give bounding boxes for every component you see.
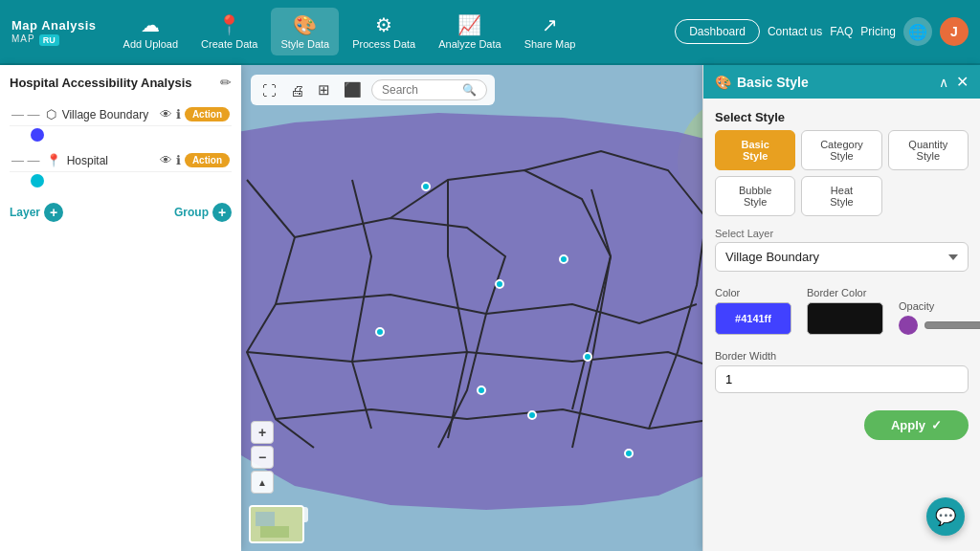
download-icon[interactable]: ⬛ <box>340 79 366 100</box>
layer-name-village: Village Boundary <box>62 108 154 121</box>
chat-icon: 💬 <box>935 506 956 527</box>
hospital-point-4 <box>527 410 537 420</box>
right-panel-title-row: 🎨 Basic Style <box>715 75 809 90</box>
apply-label: Apply <box>891 418 925 432</box>
expand-icon[interactable]: ⛶ <box>258 80 280 100</box>
nav-process-data[interactable]: ⚙ Process Data <box>343 8 425 55</box>
border-color-label: Border Color <box>807 287 883 298</box>
svg-rect-6 <box>260 526 289 538</box>
opacity-label: Opacity <box>899 300 980 312</box>
zoom-reset-btn[interactable]: ▲ <box>251 471 274 494</box>
hospital-point-8 <box>559 254 568 264</box>
map-thumbnail[interactable] <box>249 505 304 543</box>
category-style-btn[interactable]: CategoryStyle <box>801 130 881 170</box>
style-buttons-grid: BasicStyle CategoryStyle QuantityStyle <box>715 130 969 170</box>
right-panel-title: Basic Style <box>737 75 809 90</box>
color-box[interactable]: #4141ff <box>715 302 791 335</box>
left-panel: Hospital Accessibility Analysis ✏ — — ⬡ … <box>0 65 241 551</box>
opacity-field: Opacity <box>899 300 980 335</box>
faq-link[interactable]: FAQ <box>830 25 853 38</box>
layer-dash-2: — — <box>11 153 40 167</box>
nav-analyze-data-label: Analyze Data <box>438 38 501 50</box>
layer-color-village <box>31 128 44 142</box>
layer-select[interactable]: Village Boundary Hospital <box>715 242 969 272</box>
panel-title: Hospital Accessibility Analysis <box>10 76 192 90</box>
add-group-btn[interactable]: Group + <box>174 203 232 222</box>
zoom-controls: + − ▲ <box>251 421 274 494</box>
close-btn[interactable]: ✕ <box>956 73 969 91</box>
layer-item-village: — — ⬡ Village Boundary 👁 ℹ Action <box>10 103 232 142</box>
nav-style-data[interactable]: 🎨 Style Data <box>271 8 339 55</box>
contact-us-link[interactable]: Contact us <box>768 25 822 38</box>
visibility-icon-village[interactable]: 👁 <box>160 107 172 121</box>
nav-add-upload-label: Add Upload <box>123 38 179 50</box>
nav-style-data-label: Style Data <box>280 38 329 50</box>
style-icon: 🎨 <box>715 75 731 90</box>
border-width-section: Border Width <box>715 346 969 393</box>
bubble-style-btn[interactable]: BubbleStyle <box>715 176 795 216</box>
quantity-style-btn[interactable]: QuantityStyle <box>888 130 969 170</box>
add-layer-btn[interactable]: Layer + <box>10 203 63 222</box>
select-layer-label: Select Layer <box>715 228 969 239</box>
nav-analyze-data[interactable]: 📈 Analyze Data <box>429 8 510 55</box>
collapse-btn[interactable]: ∧ <box>939 75 948 90</box>
select-layer-section: Select Layer Village Boundary Hospital <box>715 228 969 272</box>
border-width-label: Border Width <box>715 350 969 362</box>
nav-create-data-label: Create Data <box>201 38 257 50</box>
print-icon[interactable]: 🖨 <box>286 80 308 100</box>
nav-add-upload[interactable]: ☁ Add Upload <box>114 8 189 55</box>
logo-area: Map Analysis MAP RU <box>11 18 97 46</box>
nav-create-data[interactable]: 📍 Create Data <box>191 8 267 55</box>
layer-actions-village: 👁 ℹ Action <box>160 107 230 121</box>
border-width-input[interactable] <box>715 365 969 393</box>
opacity-slider[interactable] <box>924 318 980 333</box>
layers-icon[interactable]: ⊞ <box>314 79 334 100</box>
app-badge: RU <box>39 34 59 46</box>
nav-items: ☁ Add Upload 📍 Create Data 🎨 Style Data … <box>114 8 676 55</box>
topbar: Map Analysis MAP RU ☁ Add Upload 📍 Creat… <box>0 0 980 65</box>
style-data-icon: 🎨 <box>293 13 317 36</box>
action-badge-hospital[interactable]: Action <box>185 153 230 167</box>
apply-button[interactable]: Apply ✓ <box>864 410 969 440</box>
color-field: Color #4141ff <box>715 287 791 335</box>
hospital-point-6 <box>624 449 634 458</box>
edit-icon[interactable]: ✏ <box>220 75 232 90</box>
map-area[interactable]: ⛶ 🖨 ⊞ ⬛ 🔍 + − ▲ Map Type <box>241 65 702 551</box>
nav-share-map-label: Share Map <box>524 38 576 50</box>
chat-widget[interactable]: 💬 <box>926 497 965 536</box>
opacity-swatch <box>899 316 918 335</box>
hospital-point-1 <box>421 182 431 191</box>
layer-dash-1: — — <box>11 107 40 121</box>
svg-rect-5 <box>256 512 275 526</box>
basic-style-btn[interactable]: BasicStyle <box>715 130 795 170</box>
map-search[interactable]: 🔍 <box>371 79 487 100</box>
add-layer-icon: + <box>44 203 63 222</box>
analyze-data-icon: 📈 <box>457 13 481 36</box>
pricing-link[interactable]: Pricing <box>860 25 896 38</box>
app-logo: MAP <box>11 33 35 44</box>
layer-name-hospital: Hospital <box>67 154 154 167</box>
search-input[interactable] <box>382 83 458 97</box>
dashboard-button[interactable]: Dashboard <box>675 19 760 44</box>
info-icon-village[interactable]: ℹ <box>176 107 181 121</box>
globe-icon[interactable]: 🌐 <box>903 17 932 46</box>
right-panel-body: Select Style BasicStyle CategoryStyle Qu… <box>703 99 980 452</box>
hospital-point-7 <box>495 279 504 289</box>
zoom-out-btn[interactable]: − <box>251 446 274 469</box>
heat-style-btn[interactable]: HeatStyle <box>801 176 881 216</box>
topbar-right: Dashboard Contact us FAQ Pricing 🌐 J <box>675 17 969 46</box>
info-icon-hospital[interactable]: ℹ <box>176 153 181 167</box>
create-data-icon: 📍 <box>217 13 241 36</box>
nav-share-map[interactable]: ↗ Share Map <box>515 8 586 55</box>
layer-item-hospital: — — 📍 Hospital 👁 ℹ Action <box>10 149 232 187</box>
layer-actions-hospital: 👁 ℹ Action <box>160 153 230 167</box>
action-badge-village[interactable]: Action <box>185 107 230 121</box>
search-icon: 🔍 <box>462 83 477 97</box>
border-color-box[interactable] <box>807 302 883 335</box>
avatar: J <box>940 17 969 46</box>
layer-footer: Layer + Group + <box>10 203 232 222</box>
select-style-section: Select Style BasicStyle CategoryStyle Qu… <box>715 110 969 216</box>
visibility-icon-hospital[interactable]: 👁 <box>160 153 172 167</box>
zoom-in-btn[interactable]: + <box>251 421 274 444</box>
layer-point-icon: 📍 <box>46 153 61 167</box>
